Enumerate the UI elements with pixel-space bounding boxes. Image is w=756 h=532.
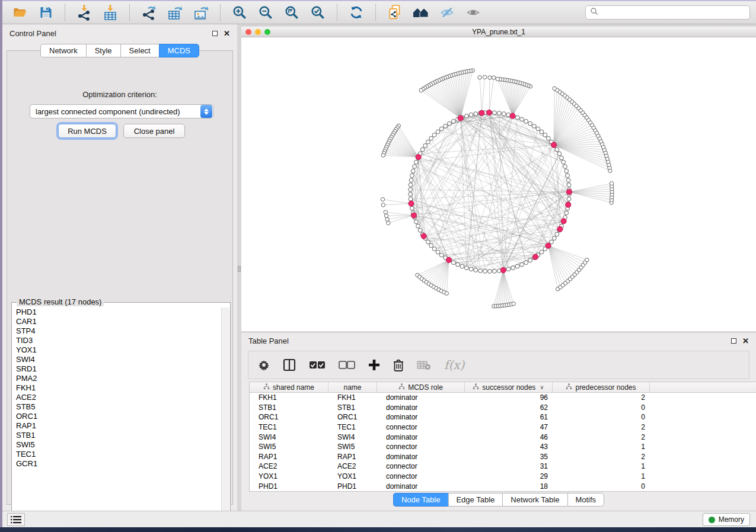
divider-handle[interactable] [238, 266, 241, 272]
table-row[interactable]: ORC1ORC1dominator610 [250, 412, 756, 422]
graph-node[interactable] [562, 160, 566, 164]
graph-node[interactable] [456, 262, 460, 267]
mcds-result-item[interactable]: STB1 [12, 431, 221, 440]
graph-leaf-node[interactable] [585, 258, 589, 262]
mcds-result-item[interactable]: YOX1 [12, 345, 221, 355]
open-file-button[interactable] [8, 4, 31, 21]
graph-node[interactable] [426, 240, 430, 244]
mcds-result-item[interactable]: SRD1 [12, 364, 221, 374]
graph-node[interactable] [410, 174, 414, 178]
column-header-predecessor-nodes[interactable]: predecessor nodes [553, 382, 650, 392]
graph-node[interactable] [567, 197, 571, 201]
graph-node[interactable] [567, 183, 571, 187]
mcds-result-item[interactable]: STP4 [12, 326, 221, 336]
graph-node[interactable] [540, 250, 544, 254]
graph-node[interactable] [560, 156, 564, 160]
table-row[interactable]: STB1STB1dominator620 [250, 403, 756, 413]
import-network-button[interactable] [73, 4, 95, 21]
graph-node[interactable] [436, 130, 440, 134]
graph-node[interactable] [451, 119, 455, 123]
graph-node[interactable] [502, 112, 506, 116]
graph-leaf-node[interactable] [381, 153, 385, 157]
hide-selected-button[interactable] [436, 4, 458, 21]
mcds-result-item[interactable]: GCR1 [12, 459, 221, 469]
graph-node[interactable] [429, 243, 433, 248]
show-all-button[interactable] [462, 4, 484, 21]
graph-leaf-node[interactable] [488, 76, 492, 79]
table-row[interactable]: RAP1RAP1dominator352 [250, 452, 756, 462]
graph-node[interactable] [557, 152, 562, 156]
graph-node[interactable] [409, 197, 413, 201]
graph-node[interactable] [528, 121, 532, 126]
optimization-criterion-select[interactable]: largest connected component (undirected) [30, 104, 213, 118]
save-session-button[interactable] [34, 4, 57, 21]
graph-node[interactable] [414, 220, 418, 224]
graph-node[interactable] [552, 236, 556, 241]
network-window-titlebar[interactable]: YPA_prune.txt_1 [241, 27, 756, 37]
export-network-button[interactable] [138, 4, 160, 21]
graph-leaf-node[interactable] [553, 86, 556, 90]
float-panel-icon[interactable] [212, 31, 218, 36]
graph-mcds-hub-node[interactable] [561, 219, 566, 224]
import-table-button[interactable] [99, 4, 122, 21]
delete-rows-button[interactable] [393, 359, 404, 371]
network-canvas[interactable] [241, 37, 756, 331]
first-neighbors-button[interactable] [410, 4, 432, 21]
graph-node[interactable] [483, 269, 487, 273]
graph-node[interactable] [474, 112, 478, 116]
graph-node[interactable] [555, 232, 559, 236]
graph-mcds-hub-node[interactable] [446, 257, 451, 262]
graph-node[interactable] [444, 124, 448, 128]
mcds-result-item[interactable]: PMA2 [12, 374, 221, 383]
task-history-button[interactable] [7, 513, 25, 526]
close-panel-icon[interactable]: ✕ [224, 31, 230, 36]
tab-style[interactable]: Style [86, 44, 120, 57]
mcds-result-item[interactable]: ORC1 [12, 412, 221, 421]
graph-node[interactable] [511, 266, 515, 270]
graph-mcds-hub-node[interactable] [411, 213, 416, 218]
delete-table-button[interactable] [417, 360, 431, 370]
zoom-out-button[interactable] [254, 4, 277, 21]
graph-node[interactable] [506, 267, 511, 271]
graph-mcds-hub-node[interactable] [551, 142, 556, 148]
table-tab-edge-table[interactable]: Edge Table [448, 493, 502, 507]
memory-button[interactable]: Memory [703, 513, 750, 526]
graph-node[interactable] [420, 148, 425, 152]
column-header-shared-name[interactable]: shared name [250, 382, 328, 392]
graph-node[interactable] [532, 124, 536, 128]
table-row[interactable]: TEC1TEC1connector472 [250, 422, 756, 432]
column-header-successor-nodes[interactable]: successor nodes∨ [465, 382, 553, 392]
column-header-name[interactable]: name [328, 382, 377, 392]
refresh-view-button[interactable] [345, 4, 368, 21]
graph-node[interactable] [536, 127, 540, 131]
graph-node[interactable] [416, 224, 420, 228]
graph-node[interactable] [439, 253, 444, 257]
graph-node[interactable] [409, 193, 413, 197]
export-table-button[interactable] [164, 4, 186, 21]
graph-leaf-node[interactable] [384, 210, 387, 214]
mcds-result-item[interactable]: TEC1 [12, 450, 221, 459]
graph-mcds-hub-node[interactable] [409, 201, 414, 206]
graph-leaf-node[interactable] [483, 75, 486, 79]
mcds-result-item[interactable]: STB5 [12, 402, 221, 412]
graph-node[interactable] [411, 169, 415, 173]
tab-mcds[interactable]: MCDS [159, 44, 199, 57]
table-row[interactable]: FKH1FKH1dominator962 [250, 393, 756, 403]
graph-node[interactable] [479, 269, 483, 273]
table-tab-node-table[interactable]: Node Table [393, 493, 448, 507]
graph-node[interactable] [429, 136, 433, 140]
mcds-result-item[interactable]: SWI5 [12, 440, 221, 450]
graph-node[interactable] [488, 270, 492, 274]
copy-network-button[interactable] [384, 4, 406, 21]
run-mcds-button[interactable]: Run MCDS [58, 124, 116, 138]
table-row[interactable]: SWI4SWI4dominator462 [250, 432, 756, 442]
close-panel-button[interactable]: Close panel [123, 124, 185, 138]
graph-node[interactable] [418, 228, 422, 232]
graph-node[interactable] [474, 268, 478, 272]
graph-node[interactable] [469, 267, 473, 271]
graph-node[interactable] [564, 211, 569, 215]
graph-node[interactable] [555, 148, 559, 152]
zoom-selected-button[interactable] [307, 4, 329, 21]
graph-node[interactable] [432, 247, 436, 251]
table-row[interactable]: YOX1YOX1connector291 [250, 472, 756, 482]
